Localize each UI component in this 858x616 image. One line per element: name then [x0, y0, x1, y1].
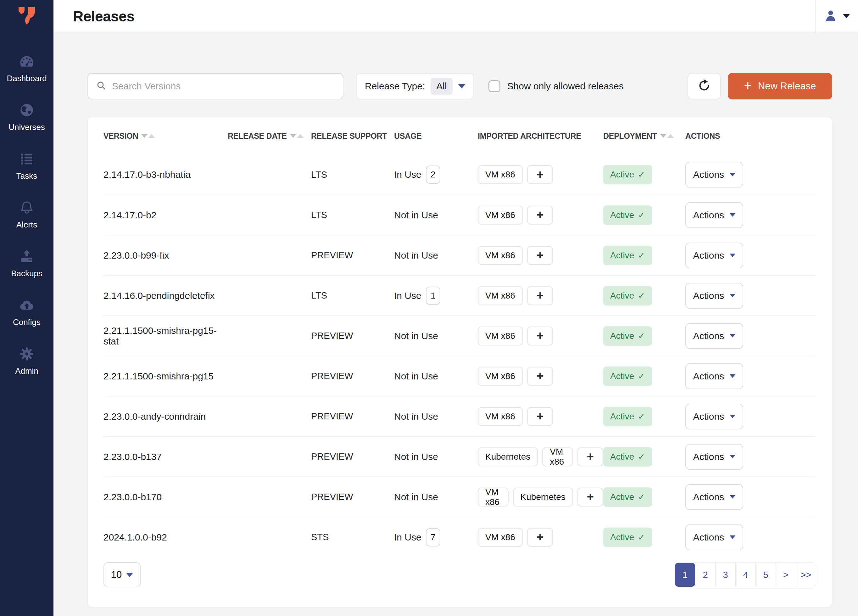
actions-button[interactable]: Actions [685, 162, 743, 188]
chevron-down-icon [730, 294, 735, 297]
sidebar-item-label: Alerts [16, 220, 37, 230]
actions-button[interactable]: Actions [685, 484, 743, 510]
column-header-release-date[interactable]: RELEASE DATE [228, 132, 311, 141]
column-header-deployment[interactable]: DEPLOYMENT [603, 132, 685, 141]
deployment-status-badge: Active ✓ [603, 527, 652, 547]
architecture-chip: VM x86 [478, 327, 523, 345]
add-architecture-button[interactable]: + [527, 246, 553, 265]
architecture-cell: VM x86 + [478, 206, 603, 225]
deployment-status-badge: Active ✓ [603, 205, 652, 225]
deployment-status-text: Active [610, 331, 634, 341]
usage-cell: Not in Use [394, 331, 478, 341]
add-architecture-button[interactable]: + [527, 528, 553, 547]
check-icon: ✓ [638, 331, 645, 341]
actions-button[interactable]: Actions [685, 283, 743, 309]
show-only-allowed-checkbox[interactable] [488, 80, 500, 92]
usage-text: Not in Use [394, 371, 438, 382]
actions-cell: Actions [685, 283, 816, 309]
column-header-version[interactable]: VERSION [104, 132, 228, 141]
sidebar-item-alerts[interactable]: Alerts [0, 190, 53, 239]
actions-button[interactable]: Actions [685, 363, 743, 389]
yugabyte-logo[interactable] [0, 0, 53, 33]
add-architecture-button[interactable]: + [527, 367, 553, 386]
deployment-cell: Active ✓ [603, 407, 685, 426]
release-type-dropdown[interactable]: Release Type: All [356, 73, 474, 100]
top-header: Releases [53, 0, 858, 33]
sidebar-item-label: Dashboard [6, 74, 47, 83]
sidebar-item-configs[interactable]: Configs [0, 288, 53, 337]
architecture-cell: VM x86 + [478, 407, 603, 426]
page-button[interactable]: >> [796, 563, 816, 587]
table-body: 2.14.17.0-b3-nbhatia LTS In Use 2 VM x86… [104, 154, 816, 557]
column-header-label: DEPLOYMENT [603, 132, 657, 141]
dashboard-gauge-icon [19, 53, 34, 70]
architecture-cell: VM x86 Kubernetes + [478, 488, 603, 507]
add-architecture-button[interactable]: + [527, 327, 553, 345]
architecture-chip: VM x86 [478, 528, 523, 547]
page-button[interactable]: > [776, 563, 796, 587]
usage-cell: Not in Use [394, 451, 478, 462]
deployment-status-text: Active [610, 412, 634, 422]
main-content: Release Type: All Show only allowed rele… [53, 33, 858, 616]
actions-button-label: Actions [693, 331, 724, 341]
new-release-label: New Release [758, 81, 816, 92]
check-icon: ✓ [638, 170, 645, 180]
page-button[interactable]: 4 [735, 563, 755, 587]
sidebar-item-label: Tasks [16, 171, 37, 181]
sidebar-item-universes[interactable]: Universes [0, 93, 53, 142]
deployment-status-badge: Active ✓ [603, 246, 652, 265]
actions-button[interactable]: Actions [685, 404, 743, 429]
plus-icon: + [744, 79, 752, 92]
chevron-down-icon [730, 374, 735, 378]
page-button[interactable]: 5 [755, 563, 776, 587]
page-button[interactable]: 3 [715, 563, 735, 587]
column-header-release-support: RELEASE SUPPORT [311, 132, 394, 141]
add-architecture-button[interactable]: + [527, 206, 553, 225]
architecture-chip: VM x86 [542, 447, 573, 466]
table-row: 2.14.17.0-b2 LTS Not in Use VM x86 + Act… [104, 195, 816, 235]
architecture-cell: VM x86 + [478, 327, 603, 345]
release-support-text: STS [311, 532, 394, 542]
add-architecture-button[interactable]: + [527, 286, 553, 305]
user-menu[interactable] [815, 0, 858, 33]
sidebar-item-dashboard[interactable]: Dashboard [0, 44, 53, 93]
refresh-button[interactable] [687, 73, 721, 100]
actions-button[interactable]: Actions [685, 323, 743, 349]
page-size-dropdown[interactable]: 10 [104, 562, 141, 587]
page-button[interactable]: 2 [695, 563, 715, 587]
add-architecture-button[interactable]: + [527, 165, 553, 184]
sidebar-item-admin[interactable]: Admin [0, 337, 53, 386]
actions-cell: Actions [685, 363, 816, 389]
check-icon: ✓ [638, 412, 645, 422]
version-text: 2.14.17.0-b2 [104, 210, 228, 221]
actions-cell: Actions [685, 243, 816, 268]
add-architecture-button[interactable]: + [527, 407, 553, 426]
actions-button-label: Actions [693, 371, 724, 382]
sidebar-item-tasks[interactable]: Tasks [0, 142, 53, 190]
actions-button[interactable]: Actions [685, 243, 743, 268]
add-architecture-button[interactable]: + [577, 447, 603, 466]
architecture-chip: VM x86 [478, 286, 523, 305]
actions-button[interactable]: Actions [685, 524, 743, 550]
deployment-status-badge: Active ✓ [603, 407, 652, 426]
usage-text: In Use [394, 532, 421, 543]
check-icon: ✓ [638, 291, 645, 301]
actions-button[interactable]: Actions [685, 202, 743, 228]
deployment-cell: Active ✓ [603, 367, 685, 386]
architecture-chip: VM x86 [478, 165, 523, 184]
usage-cell: In Use 7 [394, 528, 478, 546]
search-box [87, 73, 344, 100]
page-button[interactable]: 1 [675, 563, 695, 587]
add-architecture-button[interactable]: + [577, 488, 603, 507]
actions-cell: Actions [685, 202, 816, 228]
release-support-text: PREVIEW [311, 371, 394, 381]
search-input[interactable] [112, 81, 335, 92]
new-release-button[interactable]: + New Release [728, 73, 832, 100]
actions-button[interactable]: Actions [685, 444, 743, 470]
page-title: Releases [73, 8, 135, 25]
release-support-text: LTS [311, 170, 394, 180]
column-header-usage: USAGE [394, 132, 478, 141]
sidebar: Dashboard Universes Tasks [0, 0, 53, 616]
architecture-cell: VM x86 + [478, 528, 603, 547]
sidebar-item-backups[interactable]: Backups [0, 239, 53, 288]
